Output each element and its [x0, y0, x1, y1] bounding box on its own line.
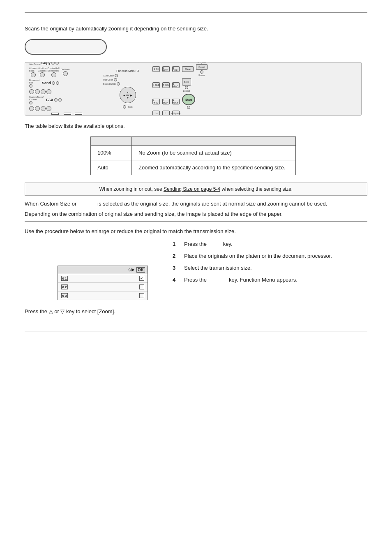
key-6[interactable]: 6 MNO — [172, 82, 180, 88]
processing-bar — [51, 113, 59, 115]
auto-color-btn[interactable] — [115, 74, 118, 77]
color-section: Auto Color Full Color Black&White — [103, 74, 152, 86]
top-rule — [25, 12, 367, 13]
auto-color-row: Auto Color — [103, 74, 118, 77]
send-indicator — [52, 81, 55, 85]
warning-text: Depending on the combination of original… — [25, 211, 367, 222]
key-0-label: 0 . — [165, 112, 168, 115]
key-2[interactable]: 2 ABC — [162, 66, 170, 72]
key-0[interactable]: 0 . — [162, 111, 170, 116]
option-100: 100% — [91, 146, 132, 160]
full-color-row: Full Color — [103, 78, 117, 81]
copy-indicator — [51, 62, 55, 65]
back-label: Back — [127, 106, 132, 108]
logout-label: Logout — [183, 90, 190, 92]
logout-btn[interactable] — [185, 86, 188, 89]
menu-row-02: 0 2 — [58, 283, 148, 291]
row-03-icon: 0 3 — [61, 293, 68, 298]
status-row: Status/Job Cancel Copy — [29, 62, 103, 65]
onehook-btn[interactable] — [63, 71, 68, 76]
procedure-right: 1 Press the key. 2 Place the originals o… — [173, 241, 367, 300]
key-4-label: 4 GHI — [153, 84, 159, 86]
s2-btn[interactable] — [35, 89, 40, 94]
key-9-label: 9 WXY — [173, 99, 179, 104]
row-01-id: 0 1 — [62, 277, 67, 280]
table-row: Auto Zoomed automatically according to t… — [91, 160, 296, 175]
attention-item: Attention — [74, 113, 83, 116]
note-text-after: when selecting the sending size. — [220, 186, 293, 192]
s1-btn[interactable] — [29, 89, 34, 94]
key-8[interactable]: 8 TUV — [162, 99, 170, 104]
menu-header: ◇▶ OK — [58, 266, 148, 274]
table-row: 100% No Zoom (to be scanned at actual si… — [91, 146, 296, 160]
s3-btn[interactable] — [41, 89, 46, 94]
reset-btn[interactable]: Reset — [196, 64, 208, 70]
key-1-label: 1 JK — [154, 68, 159, 70]
document-row: DocumentBox Send — [29, 79, 103, 88]
procedure-section: ◇▶ OK 0 1 ✓ 0 2 — [25, 241, 367, 300]
numrow1: 1 JK 2 ABC 3 DEF Clear Program Reset — [152, 62, 357, 76]
f2-btn[interactable] — [35, 106, 40, 111]
note-link[interactable]: Sending Size on page 5-4 — [164, 186, 220, 192]
func-menu-label: Function Menu ⊙ — [116, 69, 139, 73]
bw-label: Black&White — [103, 83, 116, 85]
addr-label: AddressBook — [29, 67, 37, 72]
numrow3: 7 PRS 8 TUV 9 WXY Start — [152, 94, 357, 109]
key-hash[interactable]: #/Space — [172, 111, 180, 116]
status-label: Status/Job Cancel — [29, 62, 41, 65]
start-btn[interactable]: Start — [182, 94, 195, 105]
back-btn[interactable] — [123, 105, 126, 109]
bottom-status: Processing Memory Attention — [29, 113, 103, 116]
full-color-label: Full Color — [103, 79, 113, 81]
key-star[interactable]: */+ — [152, 111, 160, 116]
s-indicator — [187, 106, 190, 109]
doc-label: DocumentBox — [29, 79, 39, 84]
addtn-label: AdditionAddress — [38, 67, 46, 72]
memory-bar — [64, 113, 71, 115]
key-5-label: 5 JKL — [163, 84, 169, 86]
pill-box — [25, 39, 107, 55]
key-5[interactable]: 5 JKL — [162, 82, 170, 88]
f1-btn[interactable] — [29, 106, 34, 111]
full-color-btn[interactable] — [114, 78, 117, 81]
key-3[interactable]: 3 DEF — [172, 66, 180, 72]
copy-indicator2 — [55, 62, 59, 65]
key-8-label: 8 TUV — [163, 99, 169, 104]
func-menu-text: Function Menu — [116, 69, 135, 72]
confirm-label: Confirm/AddDestination — [47, 67, 60, 72]
procedure-heading: Use the procedure below to enlarge or re… — [25, 228, 367, 234]
key-7[interactable]: 7 PRS — [152, 99, 160, 104]
ok-circle[interactable]: ▲◀ OK ▶▼ — [120, 87, 136, 103]
f4-btn[interactable] — [46, 106, 51, 111]
table-intro-text: The table below lists the available opti… — [25, 123, 367, 129]
confirm-btn[interactable] — [51, 72, 56, 77]
key-9[interactable]: 9 WXY — [172, 99, 180, 104]
option-auto: Auto — [91, 160, 132, 175]
s4-btn[interactable] — [46, 89, 51, 94]
col-header-1 — [91, 137, 132, 146]
f3-btn[interactable] — [41, 106, 46, 111]
panel-middle: Function Menu ⊙ Auto Color Full Color Bl… — [103, 69, 152, 109]
key-1[interactable]: 1 JK — [152, 66, 160, 72]
power-btn[interactable] — [200, 70, 203, 74]
memory-label: Memory — [63, 115, 71, 116]
addr-btn[interactable] — [31, 72, 36, 77]
menu-screen: ◇▶ OK 0 1 ✓ 0 2 — [58, 266, 148, 300]
step-1-num: 1 — [173, 241, 181, 247]
addtn-btn[interactable] — [40, 72, 45, 77]
back-row: Back — [123, 105, 132, 109]
checkmark-1: ✓ — [140, 276, 143, 280]
sysmenu-label: System Menu/Counter — [29, 96, 44, 101]
stop-btn[interactable]: Stop — [182, 78, 191, 86]
menu-row-01: 0 1 ✓ — [58, 274, 148, 283]
bw-btn[interactable] — [117, 82, 120, 86]
fax-indicator — [54, 98, 58, 102]
key-7-label: 7 PRS — [153, 99, 159, 104]
step-4-text: Press the key. Function Menu appears. — [184, 277, 297, 283]
clear-btn[interactable]: Clear — [182, 66, 194, 72]
attention-bar — [75, 113, 82, 115]
fax-label: FAX — [46, 98, 53, 102]
step-1-text: Press the key. — [184, 241, 233, 247]
key-4[interactable]: 4 GHI — [152, 82, 160, 88]
ok-arrows: ▲◀ OK ▶▼ — [123, 91, 132, 99]
